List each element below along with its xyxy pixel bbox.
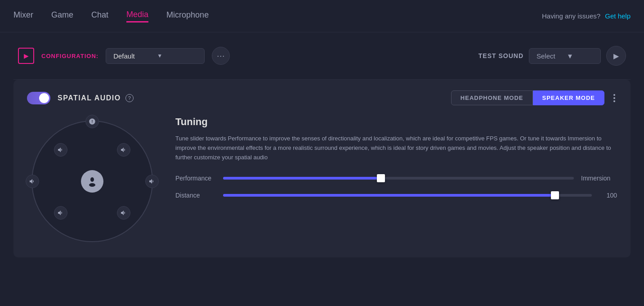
spatial-audio-title: SPATIAL AUDIO xyxy=(58,94,121,102)
spatial-audio-header: SPATIAL AUDIO ? HEADPHONE MODE SPEAKER M… xyxy=(27,90,617,105)
tuning-description: Tune slider towards Performance to impro… xyxy=(175,134,617,162)
config-selected-value: Default xyxy=(113,52,153,60)
center-listener xyxy=(81,170,103,193)
nav-help: Having any issues? Get help xyxy=(542,12,631,20)
test-sound-select[interactable]: Select ▼ xyxy=(529,48,601,64)
speaker-mode-button[interactable]: SPEAKER MODE xyxy=(533,90,604,105)
distance-label: Distance xyxy=(175,192,216,199)
spatial-content: Tuning Tune slider towards Performance t… xyxy=(27,116,617,247)
play-icon: ▶ xyxy=(613,52,619,60)
tuning-panel: Tuning Tune slider towards Performance t… xyxy=(175,116,617,247)
speaker-bot-left[interactable] xyxy=(54,206,67,220)
tuning-title: Tuning xyxy=(175,116,617,128)
performance-fill xyxy=(223,177,381,180)
headphone-mode-button[interactable]: HEADPHONE MODE xyxy=(451,90,533,105)
config-dropdown-arrow: ▼ xyxy=(157,53,197,59)
test-sound-placeholder: Select xyxy=(537,52,563,60)
config-row: ▶ CONFIGURATION: Default ▼ ··· TEST SOUN… xyxy=(0,32,644,79)
svg-point-0 xyxy=(90,177,94,182)
speaker-bot-right[interactable] xyxy=(117,206,130,220)
tab-microphone[interactable]: Microphone xyxy=(166,10,209,22)
distance-slider-row: Distance 100 xyxy=(175,192,617,199)
distance-slider[interactable] xyxy=(223,194,592,197)
spatial-audio-help[interactable]: ? xyxy=(125,94,134,102)
distance-fill xyxy=(223,194,555,197)
immersion-label: Immersion xyxy=(581,175,617,182)
spatial-audio-section: SPATIAL AUDIO ? HEADPHONE MODE SPEAKER M… xyxy=(13,80,631,257)
test-sound-label: TEST SOUND xyxy=(479,52,523,59)
performance-slider[interactable] xyxy=(223,177,574,180)
performance-slider-row: Performance Immersion xyxy=(175,175,617,182)
speaker-circle xyxy=(31,121,153,242)
toggle-knob xyxy=(39,93,49,103)
speaker-top-center[interactable] xyxy=(85,115,99,128)
distance-value: 100 xyxy=(599,192,617,199)
help-text: Having any issues? xyxy=(542,12,600,20)
get-help-link[interactable]: Get help xyxy=(605,12,631,20)
config-select-dropdown[interactable]: Default ▼ xyxy=(106,48,205,64)
speaker-top-right[interactable] xyxy=(117,143,130,157)
speaker-mid-right[interactable] xyxy=(145,175,159,188)
spatial-audio-toggle[interactable] xyxy=(27,92,50,104)
speaker-top-left[interactable] xyxy=(54,143,67,157)
nav-bar: Mixer Game Chat Media Microphone Having … xyxy=(0,0,644,32)
tab-media[interactable]: Media xyxy=(126,10,148,22)
speaker-circle-container xyxy=(27,116,157,247)
config-icon: ▶ xyxy=(18,48,34,64)
mode-buttons: HEADPHONE MODE SPEAKER MODE xyxy=(451,90,604,105)
test-sound-arrow: ▼ xyxy=(567,52,593,60)
distance-thumb[interactable] xyxy=(551,191,559,199)
tab-chat[interactable]: Chat xyxy=(91,10,108,22)
tab-mixer[interactable]: Mixer xyxy=(13,10,33,22)
config-label: CONFIGURATION: xyxy=(41,53,98,59)
speaker-mid-left[interactable] xyxy=(26,175,39,188)
svg-point-1 xyxy=(89,183,95,187)
performance-label: Performance xyxy=(175,175,216,182)
performance-thumb[interactable] xyxy=(377,174,385,182)
config-more-icon: ··· xyxy=(217,51,225,61)
more-options-button[interactable] xyxy=(612,92,617,104)
config-play-icon: ▶ xyxy=(24,52,29,59)
tab-game[interactable]: Game xyxy=(51,10,73,22)
config-more-button[interactable]: ··· xyxy=(212,47,230,65)
test-sound-area: TEST SOUND Select ▼ ▶ xyxy=(479,46,626,66)
play-button[interactable]: ▶ xyxy=(606,46,626,66)
